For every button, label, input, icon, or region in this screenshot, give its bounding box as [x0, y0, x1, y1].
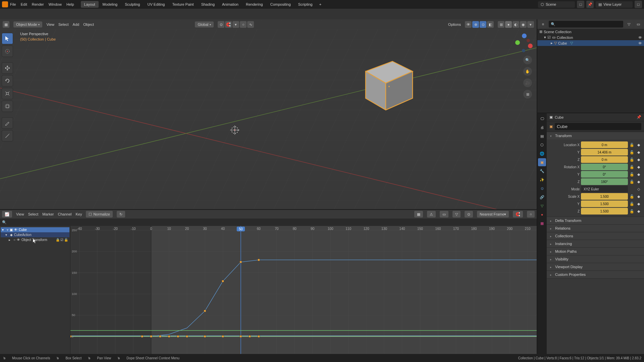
tab-object[interactable]: ▣: [538, 158, 546, 166]
vp-menu-add[interactable]: Add: [73, 22, 79, 26]
channel-object[interactable]: ▾▿▣👁 Cube: [1, 227, 69, 232]
visibility-button[interactable]: 👁: [465, 21, 472, 28]
tab-rendering[interactable]: Rendering: [243, 1, 266, 8]
graph-menu-key[interactable]: Key: [75, 212, 82, 216]
scale-z-field[interactable]: 1.500: [581, 208, 628, 215]
transform-panel-header[interactable]: Transform: [547, 132, 644, 139]
move-tool[interactable]: [2, 62, 13, 74]
axis-x[interactable]: [528, 44, 533, 48]
select-tool[interactable]: [2, 33, 13, 44]
add-workspace-button[interactable]: +: [317, 1, 324, 8]
lock-button[interactable]: 🔓: [64, 238, 68, 242]
graph-menu-select[interactable]: Select: [28, 212, 39, 216]
outliner-filter[interactable]: ▽: [625, 20, 633, 28]
new-scene-button[interactable]: □: [577, 1, 584, 8]
gizmo-button[interactable]: ⊕: [472, 21, 479, 28]
menu-file[interactable]: File: [10, 2, 16, 6]
snap-target-button[interactable]: ▾: [232, 21, 239, 28]
outliner-search[interactable]: 🔍: [549, 21, 623, 27]
auto-normalize-button[interactable]: ↻: [117, 211, 125, 218]
tab-modifiers[interactable]: 🔧: [538, 167, 546, 175]
channel-group-transform[interactable]: ▸○👁 Object Transform 🔒 ☑ 🔓: [1, 237, 69, 242]
keyframe-dot-icon[interactable]: ◆: [636, 142, 641, 147]
lock-icon[interactable]: 🔓: [629, 142, 635, 147]
graph-menu-marker[interactable]: Marker: [42, 212, 54, 216]
pan-button[interactable]: ✋: [523, 67, 532, 76]
tab-world[interactable]: 🌐: [538, 149, 546, 158]
nav-gizmo[interactable]: [514, 33, 534, 53]
normalize-toggle[interactable]: ☐ Normalize: [86, 211, 113, 218]
mute-button[interactable]: 🔒: [56, 238, 60, 242]
camera-view-button[interactable]: 🎥: [523, 78, 532, 87]
shading-dropdown[interactable]: ▾: [527, 21, 534, 28]
overlay-button[interactable]: ⊙: [480, 21, 486, 28]
graph-plot[interactable]: -40-30-20-100102030405060708090100110120…: [70, 226, 537, 362]
xray-button[interactable]: ◧: [487, 21, 494, 28]
ghost-curves-button[interactable]: ▦: [414, 211, 423, 218]
editor-type-button[interactable]: ▦: [3, 21, 9, 28]
graph-editor-type[interactable]: 📈: [2, 211, 12, 218]
annotate-tool[interactable]: [2, 117, 13, 129]
rotate-tool[interactable]: [2, 75, 13, 86]
scale-tool[interactable]: [2, 88, 13, 99]
axis-y[interactable]: [515, 40, 520, 45]
view-layer-field[interactable]: ▤ View Layer: [596, 1, 633, 8]
rotation-y-field[interactable]: 0°: [581, 171, 628, 178]
snap-button[interactable]: 🧲: [225, 21, 232, 28]
scale-y-field[interactable]: 1.500: [581, 200, 628, 207]
transform-tool[interactable]: [2, 101, 13, 112]
tab-animation[interactable]: Animation: [219, 1, 242, 8]
snap-mode-button[interactable]: ⊙: [465, 211, 473, 218]
options-dropdown[interactable]: Options: [448, 22, 461, 26]
tab-compositing[interactable]: Compositing: [267, 1, 294, 8]
orientation-dropdown[interactable]: Global ▾: [195, 21, 214, 27]
3d-viewport[interactable]: ▦ Object Mode ▾ View Select Add Object G…: [0, 19, 537, 209]
shading-material[interactable]: ◐: [513, 21, 519, 28]
tab-sculpting[interactable]: Sculpting: [121, 1, 143, 8]
visibility-icon[interactable]: 👁: [638, 36, 642, 40]
show-errors-button[interactable]: ⚠: [427, 211, 436, 218]
tab-modeling[interactable]: Modeling: [99, 1, 121, 8]
menu-render[interactable]: Render: [32, 2, 44, 6]
shading-rendered[interactable]: ◉: [520, 21, 527, 28]
panel-instancing[interactable]: Instancing: [547, 240, 644, 247]
pivot-button[interactable]: ⊙: [218, 21, 224, 28]
object-name-field[interactable]: [555, 123, 641, 130]
cursor-tool[interactable]: [2, 46, 13, 57]
proportional-falloff-button[interactable]: ∿: [247, 21, 254, 28]
vp-menu-view[interactable]: View: [46, 22, 54, 26]
pin-icon[interactable]: 📌: [637, 115, 641, 119]
panel-collections[interactable]: Collections: [547, 232, 644, 240]
modifier-button[interactable]: ☑: [60, 238, 63, 242]
cube-object[interactable]: [352, 51, 419, 118]
mode-dropdown[interactable]: Object Mode ▾: [13, 21, 42, 27]
rotation-x-field[interactable]: 0°: [581, 164, 628, 170]
vp-menu-object[interactable]: Object: [83, 22, 94, 26]
axis-neg-z[interactable]: [522, 49, 525, 52]
rotation-mode-dropdown[interactable]: XYZ Euler: [581, 186, 628, 192]
filter-button[interactable]: ▽: [452, 211, 461, 218]
outliner-cube[interactable]: ▸▽ Cube ▽ 👁: [537, 40, 644, 46]
panel-visibility[interactable]: Visibility: [547, 255, 644, 263]
channel-search[interactable]: [7, 220, 84, 225]
panel-relations[interactable]: Relations: [547, 225, 644, 232]
rotation-z-field[interactable]: 180°: [581, 178, 628, 185]
tab-constraints[interactable]: 🔗: [538, 193, 546, 201]
proportional-button[interactable]: ○: [240, 21, 247, 28]
tab-shading[interactable]: Shading: [198, 1, 218, 8]
visibility-icon[interactable]: 👁: [638, 41, 642, 45]
zoom-button[interactable]: 🔍: [523, 56, 532, 64]
panel-custom-properties[interactable]: Custom Properties: [547, 271, 644, 278]
proportional-graph-dropdown[interactable]: ○: [527, 211, 535, 218]
tab-layout[interactable]: Layout: [81, 1, 99, 8]
panel-delta-transform[interactable]: Delta Transform: [547, 217, 644, 224]
tab-scripting[interactable]: Scripting: [295, 1, 316, 8]
axis-neg-x[interactable]: [527, 39, 530, 42]
location-y-field[interactable]: 14.406 m: [581, 149, 628, 156]
location-x-field[interactable]: 0 m: [581, 141, 628, 148]
tab-texture[interactable]: ▦: [538, 219, 546, 227]
vp-menu-select[interactable]: Select: [58, 22, 69, 26]
create-ghost-button[interactable]: ▭: [440, 211, 448, 218]
perspective-button[interactable]: ⊞: [523, 90, 532, 99]
panel-motion-paths[interactable]: Motion Paths: [547, 248, 644, 255]
